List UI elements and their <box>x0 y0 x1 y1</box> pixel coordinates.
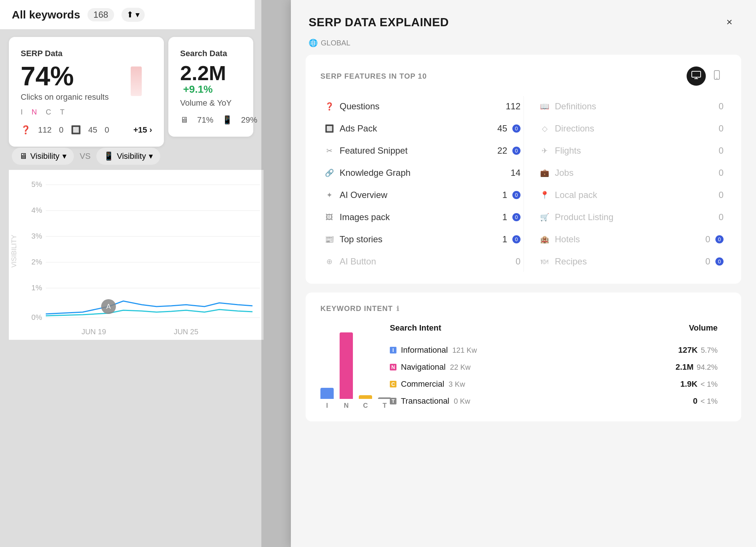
intent-kw: 3 Kw <box>449 380 465 389</box>
feature-item: 🖼 Images pack 1 0 <box>320 207 523 228</box>
graph-icon: 🔗 <box>323 167 335 179</box>
feature-count: 1 <box>502 234 507 245</box>
feature-count: 22 <box>497 146 507 156</box>
intent-bar-item: I <box>320 388 334 410</box>
intent-type: Transactional <box>401 396 449 406</box>
feature-name: Top stories <box>340 234 498 245</box>
desktop-icon-vis: 🖥 <box>19 151 27 161</box>
svg-text:4%: 4% <box>31 206 42 214</box>
q-val: 0 <box>59 125 63 135</box>
features-header: SERP FEATURES IN TOP 10 <box>320 66 726 86</box>
feature-count: 0 <box>719 101 724 112</box>
intent-label: N Navigational 22 Kw <box>390 362 667 372</box>
stories-icon: 📰 <box>323 233 335 245</box>
feature-count: 45 <box>497 123 507 134</box>
feature-name: Featured Snippet <box>340 146 493 156</box>
svg-text:2%: 2% <box>31 258 42 266</box>
intent-pct: 5.7% <box>701 346 718 354</box>
feature-name: Recipes <box>555 256 701 267</box>
jobs-icon: 💼 <box>539 167 550 179</box>
serp-features-card: SERP FEATURES IN TOP 10 <box>306 55 741 284</box>
intent-type: Informational <box>401 345 448 355</box>
feature-item: ⊕ AI Button 0 <box>320 251 523 272</box>
desktop-device-icon <box>691 71 701 81</box>
intent-title: KEYWORD INTENT ℹ <box>320 304 726 313</box>
page-header: All keywords 168 ⬆ ▾ <box>0 0 255 30</box>
question-icon: ❓ <box>323 100 335 112</box>
mobile-device-button[interactable] <box>707 66 726 86</box>
serp-explained-modal: SERP DATA EXPLAINED × 🌐 GLOBAL SERP FEAT… <box>291 0 756 547</box>
feature-item: 📰 Top stories 1 0 <box>320 229 523 250</box>
visibility-button-1[interactable]: 🖥 Visibility ▾ <box>12 148 74 165</box>
feature-badge: 0 <box>715 235 724 243</box>
visibility-chart: 5% 4% 3% 2% 1% 0% VISIBILITY A JUN 19 JU… <box>9 170 264 340</box>
intent-volume: 2.1M 94.2% <box>676 362 718 372</box>
feature-item: 🍽 Recipes 0 0 <box>536 251 726 272</box>
keyword-intent-card: KEYWORD INTENT ℹ I N C T Search Intent V… <box>306 293 741 421</box>
intent-dot: N <box>390 364 396 370</box>
svg-point-22 <box>717 78 718 79</box>
desktop-device-button[interactable] <box>687 66 706 86</box>
intent-pct: 94.2% <box>697 363 718 371</box>
feature-name: Knowledge Graph <box>340 168 506 178</box>
intent-pct: < 1% <box>701 380 718 388</box>
intent-label: C Commercial 3 Kw <box>390 379 671 389</box>
mobile-device-icon <box>714 70 720 82</box>
intent-label: I Informational 121 Kw <box>390 345 669 355</box>
intent-bar-label: C <box>363 402 368 410</box>
search-desktop-pct: 71% <box>197 115 213 125</box>
export-button[interactable]: ⬆ ▾ <box>121 8 145 22</box>
svg-text:0%: 0% <box>31 313 42 321</box>
directions-icon: ◇ <box>539 123 550 134</box>
vis2-label: Visibility <box>117 151 146 161</box>
feature-item: ✈ Flights 0 <box>536 140 726 161</box>
svg-text:5%: 5% <box>31 180 42 188</box>
search-data-card: Search Data 2.2M +9.1% Volume & YoY 🖥 71… <box>168 37 253 137</box>
intent-row: N Navigational 22 Kw 2.1M 94.2% <box>390 359 726 376</box>
intent-bar-t <box>378 397 391 399</box>
intent-type: Commercial <box>401 379 444 389</box>
search-subtitle: Volume & YoY <box>180 98 241 108</box>
intent-bar-n <box>340 332 353 399</box>
chart-svg: 5% 4% 3% 2% 1% 0% VISIBILITY A JUN 19 JU… <box>9 170 264 340</box>
intent-row: C Commercial 3 Kw 1.9K < 1% <box>390 376 726 393</box>
svg-text:3%: 3% <box>31 232 42 240</box>
feature-item: 📖 Definitions 0 <box>536 96 726 117</box>
feature-count: 0 <box>516 256 520 267</box>
search-volume: 2.2M <box>180 61 226 85</box>
feature-count: 1 <box>502 190 507 200</box>
legend-n: N <box>32 108 37 116</box>
serp-legend: I N C T <box>21 108 152 116</box>
feature-item: 🛒 Product Listing 0 <box>536 207 726 228</box>
search-mobile-icon: 📱 <box>222 115 232 125</box>
intent-rows: I Informational 121 Kw 127K 5.7% N Navig… <box>390 342 726 410</box>
svg-text:JUN 19: JUN 19 <box>82 328 106 336</box>
svg-text:JUN 25: JUN 25 <box>174 328 199 336</box>
feature-item: 💼 Jobs 0 <box>536 163 726 183</box>
vs-label: VS <box>80 151 90 161</box>
flights-icon: ✈ <box>539 145 550 157</box>
intent-row: I Informational 121 Kw 127K 5.7% <box>390 342 726 359</box>
feature-name: AI Button <box>340 256 511 267</box>
feature-count: 14 <box>511 168 520 178</box>
feature-name: Local pack <box>555 190 714 200</box>
visibility-button-2[interactable]: 📱 Visibility ▾ <box>96 148 160 165</box>
modal-header: SERP DATA EXPLAINED × <box>291 0 756 38</box>
intent-dot: I <box>390 347 396 353</box>
intent-kw: 121 Kw <box>452 346 477 355</box>
close-button[interactable]: × <box>721 13 738 31</box>
feature-badge: 0 <box>512 191 520 199</box>
page-title: All keywords <box>12 8 80 21</box>
intent-volume: 1.9K < 1% <box>680 379 718 389</box>
hotels-icon: 🏨 <box>539 233 550 245</box>
feature-count: 0 <box>719 212 724 222</box>
search-pcts: 🖥 71% 📱 29% <box>180 115 241 125</box>
intent-dot: C <box>390 381 396 387</box>
serp-more-link[interactable]: +15 › <box>133 125 152 135</box>
export-icon: ⬆ <box>127 10 133 20</box>
ads-icon: 🔲 <box>323 123 335 134</box>
intent-bar-item: N <box>340 332 353 410</box>
search-volume-row: 2.2M +9.1% <box>180 63 241 95</box>
feature-item: 📍 Local pack 0 <box>536 185 726 205</box>
vis2-chevron: ▾ <box>149 151 153 161</box>
